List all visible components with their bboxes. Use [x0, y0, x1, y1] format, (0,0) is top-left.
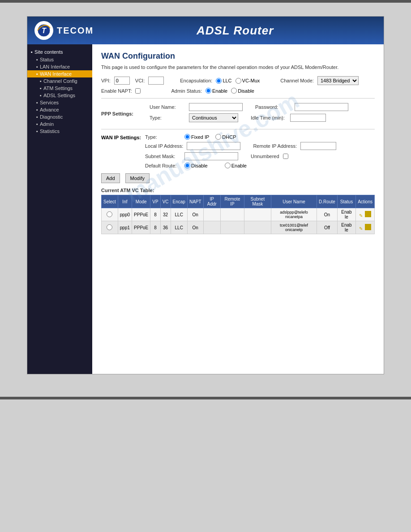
row2-select[interactable] [102, 221, 118, 234]
vpi-input[interactable] [114, 77, 130, 85]
subnet-mask-input[interactable] [184, 152, 238, 160]
folder-icon: ▪ [36, 100, 38, 105]
sidebar-item-statistics[interactable]: ▪ Statistics [27, 128, 92, 135]
add-button[interactable]: Add [101, 173, 120, 183]
password-input[interactable] [295, 103, 348, 111]
admin-disable-radio[interactable] [231, 88, 237, 94]
row1-select[interactable] [102, 208, 118, 221]
encap-vcmux-radio[interactable] [235, 78, 241, 84]
col-remote-ip: Remote IP [221, 195, 244, 208]
ppp-username-row: User Name: Password: [150, 103, 348, 111]
svg-text:T: T [42, 27, 47, 34]
ppp-settings-row: PPP Settings: User Name: Password: Type:… [101, 103, 375, 124]
page-icon: ▪ [40, 93, 42, 98]
row2-status: Enab le [337, 221, 355, 234]
row2-username: tce01001@telef onicanetp [271, 221, 317, 234]
sidebar-item-admin[interactable]: ▪ Admin [27, 120, 92, 128]
sidebar-item-services[interactable]: ▪ Services [27, 99, 92, 106]
default-enable-label[interactable]: Enable [225, 163, 247, 168]
username-input[interactable] [189, 103, 243, 111]
dhcp-label[interactable]: DHCP [215, 134, 236, 140]
page-icon: ▪ [36, 129, 38, 134]
vci-input[interactable] [148, 77, 164, 85]
idle-time-input[interactable] [290, 114, 326, 122]
type-select[interactable]: Continuous Connect on Demand Manual [189, 113, 238, 122]
row1-status: Enab le [337, 208, 355, 221]
sidebar-item-atm-settings[interactable]: ▪ ATM Settings [27, 85, 92, 92]
col-vp: VP [150, 195, 160, 208]
fixed-ip-label[interactable]: Fixed IP [184, 134, 209, 140]
col-vc: VC [160, 195, 171, 208]
row1-remote-ip [221, 208, 244, 221]
col-user-name: User Name [271, 195, 317, 208]
ppp-fields: User Name: Password: Type: Continuous Co… [150, 103, 348, 124]
default-disable-radio[interactable] [184, 163, 190, 168]
encap-llc-radio[interactable] [216, 78, 222, 84]
row1-edit-icon[interactable]: ✎ [359, 213, 363, 218]
sidebar-item-wan-interface[interactable]: ▪ WAN Interface [27, 70, 92, 77]
row2-ip-addr [203, 221, 220, 234]
admin-enable-radio[interactable] [206, 88, 211, 94]
admin-enable-label[interactable]: Enable [206, 88, 227, 94]
remote-ip-input[interactable] [300, 142, 336, 150]
default-route-row: Default Route: Disable Enable [145, 163, 375, 168]
encap-vcmux-label[interactable]: VC-Mux [235, 78, 260, 84]
default-enable-radio[interactable] [225, 163, 231, 168]
sidebar-item-status[interactable]: ▪ Status [27, 56, 92, 63]
remote-ip-label: Remote IP Address: [253, 143, 297, 149]
row2-actions[interactable]: ✎ [356, 221, 375, 234]
col-actions: Actions [356, 195, 375, 208]
default-disable-label[interactable]: Disable [184, 163, 208, 168]
content-area: ▪ Site contents ▪ Status ▪ LAN Interface… [27, 44, 384, 374]
vpi-label: VPI: [101, 78, 111, 83]
channel-mode-select[interactable]: 1483 Bridged PPPoE PPPoA [317, 76, 359, 85]
enable-napt-checkbox[interactable] [135, 88, 141, 94]
sidebar-item-advance[interactable]: ▪ Advance [27, 106, 92, 113]
fixed-ip-radio[interactable] [184, 134, 190, 140]
row1-delete-icon[interactable] [365, 211, 371, 217]
row2-delete-icon[interactable] [365, 224, 371, 230]
unnumbered-checkbox[interactable] [283, 154, 288, 159]
page-icon: ▪ [40, 86, 42, 91]
row1-actions[interactable]: ✎ [356, 208, 375, 221]
table-title: Current ATM VC Table: [101, 188, 375, 193]
row1-vp: 8 [150, 208, 160, 221]
row1-username: adslppp@telefo nicanetpa [271, 208, 317, 221]
channel-mode-label: Channel Mode: [280, 78, 314, 83]
row1-radio[interactable] [107, 211, 112, 217]
sidebar-site-contents[interactable]: ▪ Site contents [27, 48, 92, 56]
sidebar-item-diagnostic[interactable]: ▪ Diagnostic [27, 113, 92, 120]
col-status: Status [337, 195, 355, 208]
logo-text: TECOM [57, 26, 94, 36]
encap-llc-label[interactable]: LLC [216, 78, 231, 84]
local-ip-input[interactable] [187, 142, 240, 150]
sidebar-item-channel-config[interactable]: ▪ Channel Config [27, 77, 92, 85]
divider-2 [101, 129, 375, 129]
page-icon: ▪ [36, 114, 38, 120]
sidebar-item-adsl-settings[interactable]: ▪ ADSL Settings [27, 92, 92, 99]
ppp-settings-label: PPP Settings: [101, 111, 141, 116]
row2-radio[interactable] [107, 224, 112, 230]
subnet-unnumbered-row: Subnet Mask: Unnumbered [145, 152, 375, 160]
col-napt: NAPT [187, 195, 203, 208]
row1-inf: ppp0 [118, 208, 132, 221]
row1-subnet [244, 208, 271, 221]
wan-ip-settings: WAN IP Settings: Type: Fixed IP DHCP [101, 134, 375, 171]
admin-disable-label[interactable]: Disable [231, 88, 254, 94]
col-subnet: Subnet Mask [244, 195, 271, 208]
modify-button[interactable]: Modify [125, 173, 150, 183]
row1-mode: PPPoE [132, 208, 150, 221]
table-row: ppp1 PPPoE 8 36 LLC On tce01001@telef on… [102, 221, 375, 234]
sidebar-item-lan-interface[interactable]: ▪ LAN Interface [27, 63, 92, 70]
row2-vp: 8 [150, 221, 160, 234]
wan-ip-label: WAN IP Settings: [101, 134, 141, 140]
default-route-label: Default Route: [145, 163, 181, 168]
page-icon: ▪ [36, 107, 38, 112]
napt-admin-row: Enable NAPT: Admin Status: Enable Disabl… [101, 88, 375, 94]
logo-area: T TECOM [34, 21, 94, 40]
vci-label: VCI: [135, 78, 145, 83]
row2-edit-icon[interactable]: ✎ [359, 226, 363, 231]
dhcp-radio[interactable] [215, 134, 221, 140]
row1-napt: On [187, 208, 203, 221]
table-row: ppp0 PPPoE 8 32 LLC On adslppp@telefo ni… [102, 208, 375, 221]
